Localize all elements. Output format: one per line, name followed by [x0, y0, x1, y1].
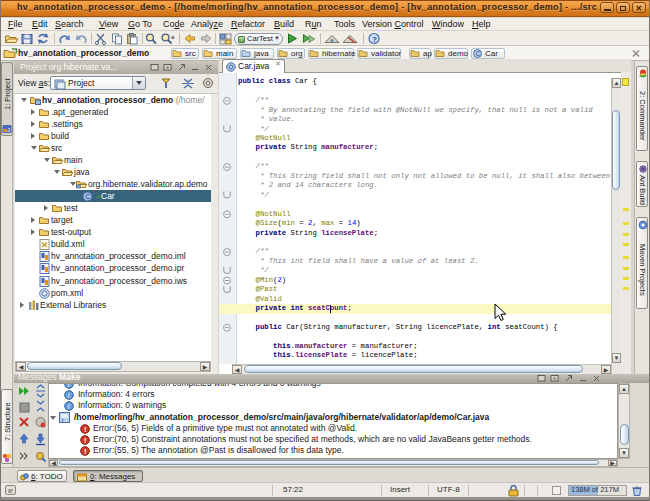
svg-text:J: J [7, 127, 10, 133]
svg-text:!: ! [84, 447, 87, 456]
svg-text:C: C [85, 193, 90, 200]
svg-text:i: i [62, 417, 63, 423]
svg-text:!: ! [84, 425, 87, 434]
svg-text:a: a [171, 34, 175, 40]
svg-text:?: ? [372, 35, 377, 44]
svg-text:C: C [476, 50, 481, 57]
svg-text:!: ! [84, 436, 87, 445]
